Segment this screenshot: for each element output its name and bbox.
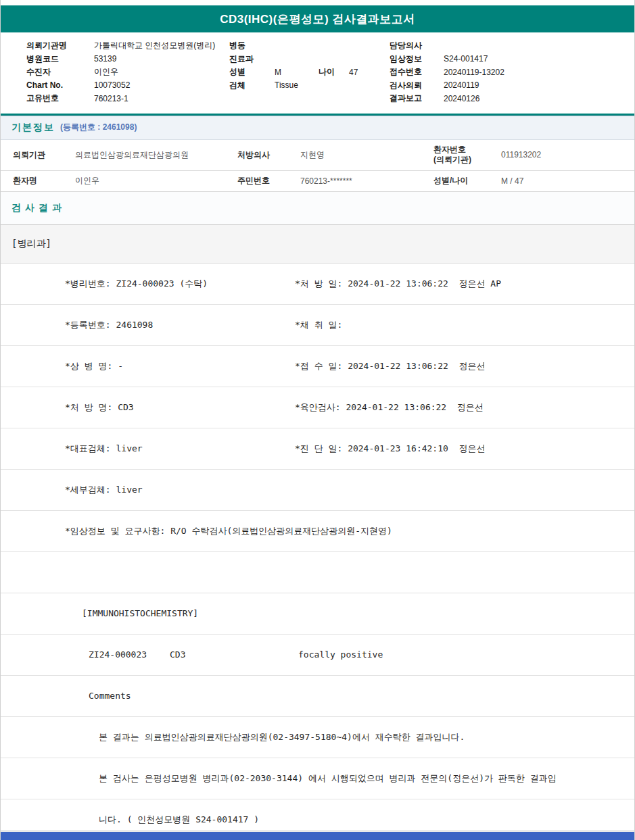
patient-info-row: 병원코드 53139 진료과 임상정보 S24-001417 [26, 53, 634, 66]
table-cell-value: 의료법인삼광의료재단삼광의원 [75, 149, 237, 161]
comment-text: 니다. ( 인천성모병원 S24-001417 ) [1, 814, 259, 826]
empty-row [1, 552, 634, 593]
result-field: *처 방 일: 2024-01-22 13:06:22 정은선 AP [295, 278, 634, 290]
patient-field-value: Tissue [275, 80, 390, 90]
comment-text: 본 검사는 은평성모병원 병리과(02-2030-3144) 에서 시행되었으며… [1, 772, 557, 785]
results-title: 검 사 결 과 [11, 202, 62, 214]
basic-info-reg-no: (등록번호 : 2461098) [60, 122, 137, 133]
result-field: *임상정보 및 요구사항: R/O 수탁검사(의료법인삼광의료재단삼광의원-지현… [1, 525, 392, 537]
comment-text: 본 결과는 의료법인삼광의료재단삼광의원(02-3497-5180~4)에서 재… [1, 731, 465, 743]
result-row: *임상정보 및 요구사항: R/O 수탁검사(의료법인삼광의료재단삼광의원-지현… [1, 511, 634, 552]
result-field: *진 단 일: 2024-01-23 16:42:10 정은선 [295, 443, 634, 455]
comment-row: 본 검사는 은평성모병원 병리과(02-2030-3144) 에서 시행되었으며… [1, 758, 634, 799]
patient-field-label: Chart No. [26, 80, 94, 90]
comments-header-row: Comments [1, 676, 634, 717]
patient-field-label: 결과보고 [390, 93, 444, 104]
table-cell-value: 이인우 [75, 175, 237, 187]
patient-field-value: 53139 [94, 54, 229, 64]
result-field: *처 방 명: CD3 [1, 401, 295, 414]
result-row: *상 병 명: - *접 수 일: 2024-01-22 13:06:22 정은… [1, 346, 634, 387]
patient-field-value: 20240119-13202 [444, 68, 634, 77]
patient-field-value: 가톨릭대학교 인천성모병원(병리) [94, 40, 229, 51]
ihc-result-row: ZI24-000023 CD3 focally positive [1, 635, 634, 676]
table-row: 의뢰기관 의료법인삼광의료재단삼광의원 처방의사 지현영 환자번호 (의뢰기관)… [1, 140, 634, 171]
patient-field-value: 이인우 [94, 66, 229, 78]
patient-field-value: 20240119 [444, 80, 634, 90]
patient-field-label: 검체 [229, 80, 275, 91]
patient-field-label: 수진자 [26, 66, 94, 78]
patient-field-label: 검사의뢰 [390, 80, 444, 91]
patient-field-value: 760213-1 [94, 94, 229, 103]
patient-age-label: 나이 [319, 66, 349, 78]
department-row: [병리과] [1, 225, 634, 264]
table-header-label: 환자명 [13, 176, 75, 186]
table-cell-value: 011913202 [501, 150, 634, 159]
ihc-test-name: CD3 [170, 649, 298, 660]
patient-field-value: S24-001417 [444, 54, 634, 64]
ihc-header-row: [IMMUNOHISTOCHEMISTRY] [1, 593, 634, 635]
patient-info-section: 의뢰기관명 가톨릭대학교 인천성모병원(병리) 병동 담당의사 병원코드 531… [1, 32, 634, 116]
table-row: 환자명 이인우 주민번호 760213-******* 성별/나이 M / 47 [1, 171, 634, 192]
patient-field-label: 고유번호 [26, 93, 94, 104]
report-header-bar: CD3(IHC)(은평성모) 검사결과보고서 [1, 5, 634, 32]
bottom-bar [1, 832, 634, 840]
patient-field-value: 10073052 [94, 80, 229, 90]
patient-field-label: 병동 [229, 40, 275, 51]
result-field: *접 수 일: 2024-01-22 13:06:22 정은선 [295, 360, 634, 372]
table-header-label: 성별/나이 [433, 176, 501, 186]
result-field: *병리번호: ZI24-000023 (수탁) [1, 278, 295, 290]
result-row: *처 방 명: CD3 *육안검사: 2024-01-22 13:06:22 정… [1, 387, 634, 428]
result-row: *병리번호: ZI24-000023 (수탁) *처 방 일: 2024-01-… [1, 264, 634, 305]
basic-info-header: 기본정보 (등록번호 : 2461098) [1, 116, 634, 140]
result-field: *대표검체: liver [1, 443, 295, 455]
ihc-section-title: [IMMUNOHISTOCHEMISTRY] [1, 608, 198, 618]
patient-info-row: 의뢰기관명 가톨릭대학교 인천성모병원(병리) 병동 담당의사 [26, 39, 634, 53]
result-row: *등록번호: 2461098 *채 취 일: [1, 305, 634, 346]
result-field: *세부검체: liver [1, 484, 143, 496]
report-page: CD3(IHC)(은평성모) 검사결과보고서 의뢰기관명 가톨릭대학교 인천성모… [0, 0, 635, 840]
patient-field-label: 진료과 [229, 53, 275, 65]
result-field: *채 취 일: [295, 319, 634, 331]
table-cell-value: 지현영 [300, 149, 433, 161]
comment-row: 본 결과는 의료법인삼광의료재단삼광의원(02-3497-5180~4)에서 재… [1, 717, 634, 758]
patient-field-label: 접수번호 [390, 66, 444, 78]
patient-field-label: 담당의사 [390, 40, 444, 51]
table-header-label: 환자번호 (의뢰기관) [433, 145, 501, 165]
ihc-specimen-code: ZI24-000023 [89, 649, 170, 660]
table-cell-value: 760213-******* [300, 176, 433, 186]
result-field: *육안검사: 2024-01-22 13:06:22 정은선 [295, 401, 634, 414]
patient-info-row: 수진자 이인우 성별 M 나이 47 접수번호 20240119-13202 [26, 66, 634, 79]
patient-field-label: 병원코드 [26, 53, 94, 65]
basic-info-table: 의뢰기관 의료법인삼광의료재단삼광의원 처방의사 지현영 환자번호 (의뢰기관)… [1, 140, 634, 192]
table-cell-value: M / 47 [501, 176, 634, 186]
result-row: *세부검체: liver [1, 470, 634, 511]
patient-field-value: 20240126 [444, 94, 634, 103]
result-row: *대표검체: liver *진 단 일: 2024-01-23 16:42:10… [1, 428, 634, 470]
table-header-label: 주민번호 [237, 176, 300, 186]
patient-field-label: 의뢰기관명 [26, 40, 94, 51]
table-header-label: 의뢰기관 [13, 150, 75, 160]
ihc-test-result: focally positive [298, 649, 383, 660]
table-header-label: 처방의사 [237, 150, 300, 160]
patient-sex-value: M [275, 68, 319, 77]
report-title: CD3(IHC)(은평성모) 검사결과보고서 [220, 11, 415, 27]
results-body: *병리번호: ZI24-000023 (수탁) *처 방 일: 2024-01-… [1, 264, 634, 840]
patient-field-label: 성별 [229, 66, 275, 78]
patient-info-row: Chart No. 10073052 검체 Tissue 검사의뢰 202401… [26, 79, 634, 93]
patient-age-value: 47 [349, 68, 390, 77]
patient-info-row: 고유번호 760213-1 결과보고 20240126 [26, 92, 634, 105]
patient-field-label: 임상정보 [390, 53, 444, 65]
result-field: *등록번호: 2461098 [1, 319, 295, 331]
comments-label: Comments [1, 691, 131, 701]
results-header: 검 사 결 과 [1, 192, 634, 225]
department-label: [병리과] [11, 238, 51, 250]
result-field: *상 병 명: - [1, 360, 295, 372]
basic-info-title: 기본정보 [11, 122, 55, 134]
